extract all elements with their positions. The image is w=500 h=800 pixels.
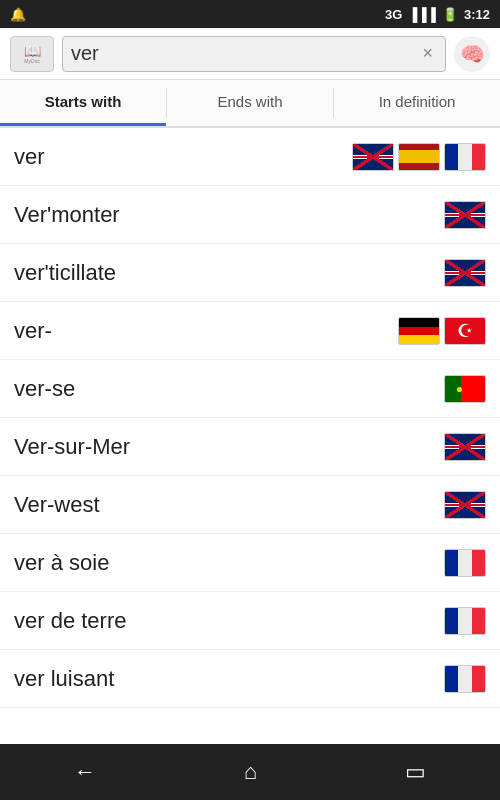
word-text: ver à soie [14, 550, 109, 576]
word-text: ver'ticillate [14, 260, 116, 286]
time-display: 3:12 [464, 7, 490, 22]
home-button[interactable]: ⌂ [224, 751, 277, 793]
word-text: ver-se [14, 376, 75, 402]
status-right: 3G ▐▐▐ 🔋 3:12 [385, 7, 490, 22]
search-bar: 📖 MyDict × 🧠 [0, 28, 500, 80]
word-row[interactable]: ver à soie [0, 534, 500, 592]
word-row[interactable]: ver'ticillate [0, 244, 500, 302]
word-flags [444, 375, 486, 403]
tab-ends-with[interactable]: Ends with [167, 80, 333, 126]
word-flags [444, 433, 486, 461]
recent-button[interactable]: ▭ [385, 751, 446, 793]
word-row[interactable]: ver-se [0, 360, 500, 418]
word-flags [444, 491, 486, 519]
flag-uk [444, 201, 486, 229]
battery-icon: 🔋 [442, 7, 458, 22]
word-list: verVer'monterver'ticillatever-ver-seVer-… [0, 128, 500, 744]
clear-button[interactable]: × [418, 41, 437, 66]
logo-icon: 📖 [24, 44, 41, 58]
word-row[interactable]: ver luisant [0, 650, 500, 708]
flag-de [398, 317, 440, 345]
tabs-bar: Starts withEnds withIn definition [0, 80, 500, 128]
flag-fr [444, 665, 486, 693]
word-text: Ver-sur-Mer [14, 434, 130, 460]
word-flags [444, 549, 486, 577]
flag-fr [444, 143, 486, 171]
word-flags [444, 665, 486, 693]
flag-pt [444, 375, 486, 403]
nav-bar: ← ⌂ ▭ [0, 744, 500, 800]
flag-uk [352, 143, 394, 171]
flag-uk [444, 259, 486, 287]
tab-in-definition[interactable]: In definition [334, 80, 500, 126]
logo-text: MyDict [24, 58, 39, 64]
word-row[interactable]: ver de terre [0, 592, 500, 650]
brain-icon: 🧠 [460, 42, 485, 66]
word-row[interactable]: ver [0, 128, 500, 186]
flag-uk [444, 491, 486, 519]
status-bar: 🔔 3G ▐▐▐ 🔋 3:12 [0, 0, 500, 28]
word-text: ver- [14, 318, 52, 344]
word-text: Ver-west [14, 492, 100, 518]
back-button[interactable]: ← [54, 751, 116, 793]
flag-es [398, 143, 440, 171]
notification-icon: 🔔 [10, 7, 26, 22]
word-text: ver luisant [14, 666, 114, 692]
word-flags [444, 259, 486, 287]
tab-starts-with[interactable]: Starts with [0, 80, 166, 126]
word-row[interactable]: Ver'monter [0, 186, 500, 244]
word-flags [398, 317, 486, 345]
brain-button[interactable]: 🧠 [454, 36, 490, 72]
status-left: 🔔 [10, 7, 26, 22]
word-text: ver [14, 144, 45, 170]
word-text: Ver'monter [14, 202, 120, 228]
word-row[interactable]: Ver-west [0, 476, 500, 534]
flag-fr [444, 607, 486, 635]
app-logo: 📖 MyDict [10, 36, 54, 72]
word-flags [444, 607, 486, 635]
network-indicator: 3G [385, 7, 402, 22]
search-input[interactable] [71, 42, 418, 65]
search-input-wrap[interactable]: × [62, 36, 446, 72]
flag-uk [444, 433, 486, 461]
flag-tr [444, 317, 486, 345]
word-row[interactable]: ver- [0, 302, 500, 360]
word-flags [352, 143, 486, 171]
word-row[interactable]: Ver-sur-Mer [0, 418, 500, 476]
flag-fr [444, 549, 486, 577]
word-flags [444, 201, 486, 229]
signal-icon: ▐▐▐ [408, 7, 436, 22]
word-text: ver de terre [14, 608, 127, 634]
